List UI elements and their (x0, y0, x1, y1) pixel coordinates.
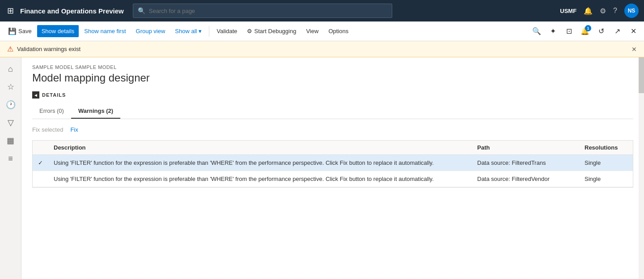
sidebar-workspace-icon[interactable]: ▦ (3, 133, 19, 149)
settings-icon[interactable]: ⚙ (600, 7, 606, 15)
show-name-first-button[interactable]: Show name first (80, 25, 130, 37)
row-path: Data source: FilteredTrans (472, 155, 579, 171)
col-path: Path (472, 141, 579, 155)
view-button[interactable]: View (301, 25, 323, 37)
details-toggle-button[interactable]: ◄ (32, 91, 39, 99)
tabs-container: Errors (0) Warnings (2) (32, 104, 633, 119)
row-path: Data source: FilteredVendor (472, 171, 579, 187)
avatar[interactable]: NS (624, 4, 639, 18)
open-in-new-icon[interactable]: ⊡ (562, 24, 576, 39)
show-details-button[interactable]: Show details (37, 25, 79, 37)
page-title: Model mapping designer (32, 72, 633, 84)
search-input[interactable] (149, 8, 387, 14)
notification-icon[interactable]: 🔔 (584, 7, 593, 15)
sidebar-list-icon[interactable]: ≡ (3, 150, 19, 167)
close-icon[interactable]: ✕ (626, 24, 640, 39)
refresh-icon[interactable]: ↺ (594, 24, 608, 39)
row-description: Using 'FILTER' function for the expressi… (48, 155, 472, 171)
scrollbar-thumb[interactable] (639, 57, 644, 93)
app-title: Finance and Operations Preview (20, 7, 124, 15)
fix-button[interactable]: Fix (70, 126, 78, 133)
table-row[interactable]: Using 'FILTER' function for the expressi… (33, 171, 633, 187)
warning-icon: ⚠ (7, 45, 13, 53)
search-ribbon-icon[interactable]: 🔍 (530, 24, 544, 39)
topbar: ⊞ Finance and Operations Preview 🔍 USMF … (0, 0, 644, 21)
save-icon: 💾 (8, 27, 17, 35)
notification-badge: 1 (585, 25, 591, 31)
show-all-button[interactable]: Show all ▾ (170, 25, 206, 37)
row-checkbox[interactable] (33, 171, 48, 187)
table-header-row: Description Path Resolutions (33, 141, 633, 155)
sidebar-favorites-icon[interactable]: ☆ (3, 79, 19, 95)
start-debugging-button[interactable]: ⚙ Start Debugging (242, 25, 301, 37)
warnings-table: Description Path Resolutions ✓ (32, 140, 633, 188)
validate-button[interactable]: Validate (212, 25, 242, 37)
breadcrumb: SAMPLE MODEL SAMPLE MODEL (32, 64, 633, 70)
content-area: SAMPLE MODEL SAMPLE MODEL Model mapping … (21, 57, 644, 279)
sidebar-home-icon[interactable]: ⌂ (3, 61, 19, 77)
debug-icon: ⚙ (247, 28, 252, 34)
warning-bar: ⚠ Validation warnings exist ✕ (0, 41, 644, 57)
open-external-icon[interactable]: ↗ (610, 24, 624, 39)
col-description: Description (48, 141, 472, 155)
table-row[interactable]: ✓ Using 'FILTER' function for the expres… (33, 155, 633, 171)
main-layout: ⌂ ☆ 🕐 ▽ ▦ ≡ SAMPLE MODEL SAMPLE MODEL Mo… (0, 57, 644, 279)
ribbon-separator-1 (209, 26, 209, 37)
tab-warnings[interactable]: Warnings (2) (71, 104, 120, 119)
details-toggle-icon: ◄ (34, 93, 38, 98)
warning-close-button[interactable]: ✕ (631, 46, 637, 53)
save-button[interactable]: 💾 Save (4, 25, 36, 38)
warning-text: Validation warnings exist (17, 46, 80, 52)
row-resolutions: Single (579, 171, 633, 187)
tab-errors[interactable]: Errors (0) (32, 104, 71, 119)
show-all-dropdown-icon: ▾ (199, 28, 202, 34)
ribbon: 💾 Save Show details Show name first Grou… (0, 21, 644, 41)
group-view-button[interactable]: Group view (131, 25, 170, 37)
topbar-right: USMF 🔔 ⚙ ? NS (560, 4, 639, 18)
action-bar: Fix selected Fix (32, 124, 633, 135)
sidebar: ⌂ ☆ 🕐 ▽ ▦ ≡ (0, 57, 21, 279)
details-header: ◄ DETAILS (32, 91, 633, 99)
search-icon: 🔍 (138, 7, 145, 14)
col-resolutions: Resolutions (579, 141, 633, 155)
grid-icon[interactable]: ⊞ (5, 4, 16, 17)
help-icon[interactable]: ? (613, 7, 617, 15)
personalize-icon[interactable]: ✦ (546, 24, 560, 39)
ribbon-right: 🔍 ✦ ⊡ 🔔 1 ↺ ↗ ✕ (530, 24, 640, 39)
row-resolutions: Single (579, 155, 633, 171)
scrollbar-track (639, 57, 644, 279)
row-description: Using 'FILTER' function for the expressi… (48, 171, 472, 187)
row-checkbox[interactable]: ✓ (33, 155, 48, 171)
options-button[interactable]: Options (324, 25, 353, 37)
details-label: DETAILS (42, 92, 66, 98)
search-box[interactable]: 🔍 (133, 4, 392, 18)
user-label: USMF (560, 8, 576, 14)
col-check (33, 141, 48, 155)
sidebar-filter-icon[interactable]: ▽ (3, 115, 19, 131)
notifications-ribbon[interactable]: 🔔 1 (578, 24, 592, 39)
fix-selected-button[interactable]: Fix selected (32, 126, 63, 133)
sidebar-recent-icon[interactable]: 🕐 (3, 97, 19, 113)
